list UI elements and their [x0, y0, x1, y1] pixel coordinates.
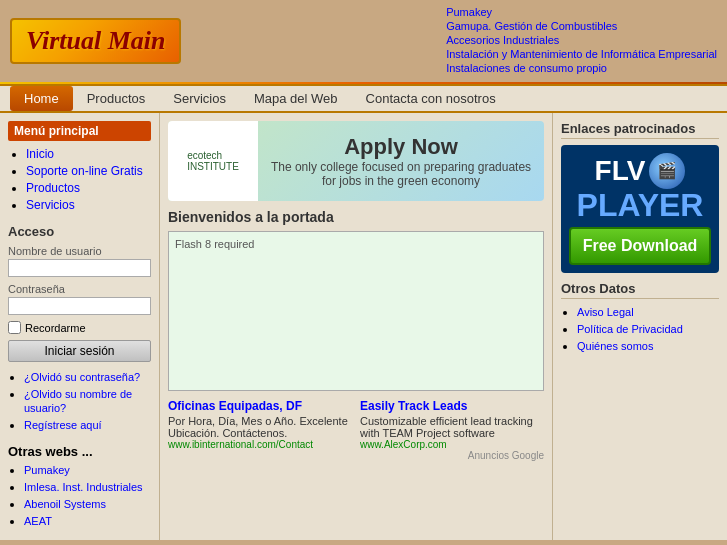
ad1-title[interactable]: Oficinas Equipadas, DF — [168, 399, 302, 413]
sidebar-menu-item[interactable]: Soporte on-line Gratis — [26, 164, 143, 178]
sidebar-menu-list: InicioSoporte on-line GratisProductosSer… — [8, 147, 151, 212]
top-link[interactable]: Instalaciones de consumo propio — [446, 62, 607, 74]
ad1-body: Por Hora, Día, Mes o Año. Excelente Ubic… — [168, 415, 352, 439]
otros-datos-link[interactable]: Política de Privacidad — [577, 323, 683, 335]
sidebar-menu: Menú principal InicioSoporte on-line Gra… — [8, 121, 151, 212]
ad-block-1: Oficinas Equipadas, DF Por Hora, Día, Me… — [168, 399, 352, 461]
ad2-url: www.AlexCorp.com — [360, 439, 544, 450]
top-link[interactable]: Gamupa. Gestión de Combustibles — [446, 20, 617, 32]
welcome-title: Bienvenidos a la portada — [168, 209, 544, 225]
banner-headline: Apply Now — [268, 134, 534, 160]
bottom-ads: Oficinas Equipadas, DF Por Hora, Día, Me… — [168, 399, 544, 461]
sidebar: Menú principal InicioSoporte on-line Gra… — [0, 113, 160, 540]
banner-text: Apply Now The only college focused on pr… — [258, 134, 544, 188]
nav-item-servicios[interactable]: Servicios — [159, 86, 240, 111]
otras-title: Otras webs ... — [8, 444, 151, 459]
nav-item-home[interactable]: Home — [10, 86, 73, 111]
username-label: Nombre de usuario — [8, 245, 151, 257]
password-input[interactable] — [8, 297, 151, 315]
flash-message: Flash 8 required — [175, 238, 255, 250]
ad2-title[interactable]: Easily Track Leads — [360, 399, 467, 413]
banner: ecotech INSTITUTE Apply Now The only col… — [168, 121, 544, 201]
nav-item-contacta-con-nosotros[interactable]: Contacta con nosotros — [352, 86, 510, 111]
header: Virtual Main PumakeyGamupa. Gestión de C… — [0, 0, 727, 82]
flv-box: FLV 🎬 PLAYER Free Download — [561, 145, 719, 273]
sidebar-menu-item[interactable]: Inicio — [26, 147, 54, 161]
ad1-url: www.ibinternational.com/Contact — [168, 439, 352, 450]
forgot-password-link[interactable]: ¿Olvidó su contraseña? — [24, 371, 140, 383]
ad-block-2: Easily Track Leads Customizable efficien… — [360, 399, 544, 461]
sidebar-menu-item[interactable]: Productos — [26, 181, 80, 195]
top-link[interactable]: Instalación y Mantenimiento de Informáti… — [446, 48, 717, 60]
otras-list: PumakeyImlesa. Inst. IndustrialesAbenoil… — [8, 463, 151, 528]
banner-logo-main: ecotech — [187, 150, 239, 161]
otras-link[interactable]: Pumakey — [24, 464, 70, 476]
right-sidebar: Enlaces patrocinados FLV 🎬 PLAYER Free D… — [552, 113, 727, 540]
flv-title: FLV 🎬 — [569, 153, 711, 189]
account-links: ¿Olvidó su contraseña? ¿Olvido su nombre… — [8, 370, 151, 432]
ad2-body: Customizable efficient lead tracking wit… — [360, 415, 544, 439]
remember-label: Recordarme — [25, 322, 86, 334]
banner-subtext: The only college focused on preparing gr… — [268, 160, 534, 188]
remember-row: Recordarme — [8, 321, 151, 334]
sponsored-title: Enlaces patrocinados — [561, 121, 719, 139]
nav-item-productos[interactable]: Productos — [73, 86, 160, 111]
sidebar-menu-item[interactable]: Servicios — [26, 198, 75, 212]
flv-player-text: PLAYER — [569, 189, 711, 221]
nav-item-mapa-del-web[interactable]: Mapa del Web — [240, 86, 352, 111]
login-button[interactable]: Iniciar sesión — [8, 340, 151, 362]
otros-datos-link[interactable]: Aviso Legal — [577, 306, 634, 318]
acceso-section: Acceso Nombre de usuario Contraseña Reco… — [8, 224, 151, 432]
content-area: ecotech INSTITUTE Apply Now The only col… — [160, 113, 552, 540]
otras-link[interactable]: Abenoil Systems — [24, 498, 106, 510]
top-link[interactable]: Pumakey — [446, 6, 492, 18]
register-link[interactable]: Regístrese aquí — [24, 419, 102, 431]
logo-text: Virtual Main — [26, 26, 165, 55]
banner-logo-sub: INSTITUTE — [187, 161, 239, 172]
otros-datos-link[interactable]: Quiénes somos — [577, 340, 653, 352]
navbar: HomeProductosServiciosMapa del WebContac… — [0, 84, 727, 113]
logo: Virtual Main — [10, 18, 181, 64]
otros-list: Aviso LegalPolítica de PrivacidadQuiénes… — [561, 305, 719, 353]
otras-webs-section: Otras webs ... PumakeyImlesa. Inst. Indu… — [8, 444, 151, 528]
top-links: PumakeyGamupa. Gestión de CombustiblesAc… — [446, 6, 717, 76]
google-ads-label: Anuncios Google — [360, 450, 544, 461]
free-download-button[interactable]: Free Download — [569, 227, 711, 265]
forgot-username-link[interactable]: ¿Olvido su nombre de usuario? — [24, 388, 132, 414]
acceso-title: Acceso — [8, 224, 151, 239]
banner-logo-area: ecotech INSTITUTE — [168, 121, 258, 201]
flv-text: FLV — [595, 157, 646, 185]
username-input[interactable] — [8, 259, 151, 277]
remember-checkbox[interactable] — [8, 321, 21, 334]
otras-link[interactable]: AEAT — [24, 515, 52, 527]
top-link[interactable]: Accesorios Industriales — [446, 34, 559, 46]
password-label: Contraseña — [8, 283, 151, 295]
otros-title: Otros Datos — [561, 281, 719, 299]
flv-icon: 🎬 — [649, 153, 685, 189]
main-layout: Menú principal InicioSoporte on-line Gra… — [0, 113, 727, 540]
banner-logo: ecotech INSTITUTE — [187, 150, 239, 172]
otras-link[interactable]: Imlesa. Inst. Industriales — [24, 481, 143, 493]
flash-box: Flash 8 required — [168, 231, 544, 391]
sidebar-menu-title: Menú principal — [8, 121, 151, 141]
